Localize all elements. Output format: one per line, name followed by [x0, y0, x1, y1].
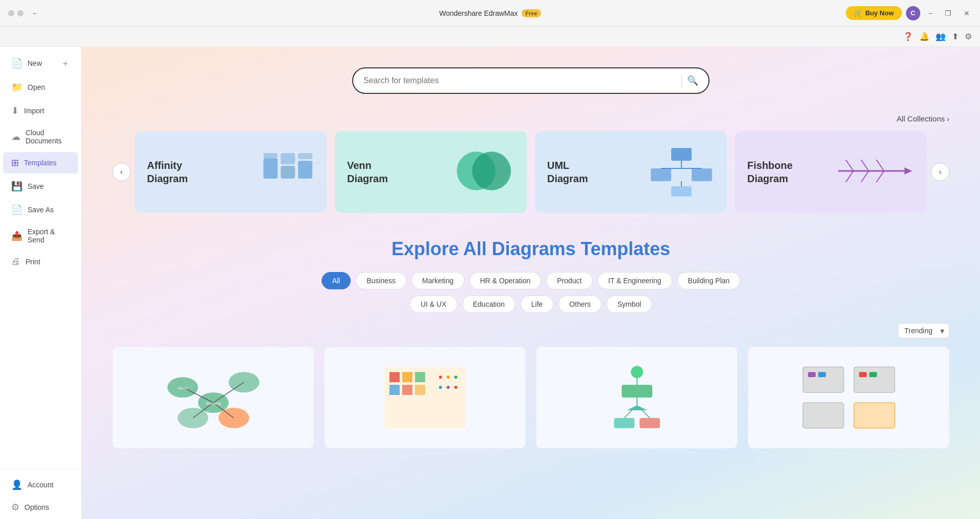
- template-grid-preview: [325, 347, 525, 448]
- carousel-card-venn[interactable]: VennDiagram: [335, 131, 527, 213]
- filter-others[interactable]: Others: [558, 295, 601, 313]
- filter-symbol[interactable]: Symbol: [606, 295, 652, 313]
- sidebar-item-print-label: Print: [26, 258, 40, 266]
- svg-line-20: [876, 160, 884, 171]
- search-icon[interactable]: 🔍: [687, 75, 698, 86]
- sidebar-item-cloud-label: Cloud Documents: [26, 129, 70, 145]
- save-icon: 💾: [11, 181, 22, 192]
- svg-rect-3: [281, 153, 295, 164]
- sidebar-item-saveas[interactable]: 📄 Save As: [3, 199, 78, 220]
- filter-uiux[interactable]: UI & UX: [410, 295, 457, 313]
- carousel-card-fishbone[interactable]: FishboneDiagram: [735, 131, 927, 213]
- options-icon: ⚙: [11, 502, 19, 513]
- print-icon: 🖨: [11, 256, 20, 267]
- svg-rect-61: [808, 372, 816, 377]
- sidebar-item-export[interactable]: 📤 Export & Send: [3, 223, 78, 249]
- sidebar-item-print[interactable]: 🖨 Print: [3, 251, 78, 272]
- back-button[interactable]: ←: [28, 7, 43, 19]
- sidebar-item-save[interactable]: 💾 Save: [3, 176, 78, 197]
- help-icon[interactable]: ❓: [903, 32, 913, 41]
- svg-point-45: [439, 386, 442, 389]
- template-er-preview: Hotel Booking: [113, 347, 313, 448]
- sidebar-item-open[interactable]: 📁 Open: [3, 77, 78, 98]
- filter-hr[interactable]: HR & Operation: [470, 272, 542, 289]
- filter-product[interactable]: Product: [546, 272, 592, 289]
- open-icon: 📁: [11, 82, 22, 93]
- filter-education[interactable]: Education: [462, 295, 516, 313]
- user-avatar[interactable]: C: [906, 6, 920, 20]
- sidebar-item-import[interactable]: ⬇ Import: [3, 100, 78, 121]
- titlebar: ← Wondershare EdrawMax Free 🛒 Buy Now C …: [0, 0, 980, 27]
- template-flow-preview: [536, 347, 737, 448]
- explore-prefix: Explore: [391, 238, 463, 259]
- svg-rect-10: [651, 168, 671, 181]
- buy-now-label: Buy Now: [865, 9, 894, 17]
- sidebar-item-import-label: Import: [24, 107, 44, 115]
- svg-marker-17: [904, 167, 912, 175]
- svg-line-18: [846, 160, 853, 171]
- sidebar-bottom: 👤 Account ⚙ Options: [0, 468, 81, 519]
- search-divider: [681, 75, 682, 87]
- minimize-button[interactable]: −: [924, 7, 937, 19]
- filter-all[interactable]: All: [322, 272, 351, 289]
- carousel-card-uml[interactable]: UMLDiagram: [535, 131, 727, 213]
- buy-now-button[interactable]: 🛒 Buy Now: [846, 6, 902, 20]
- filter-business[interactable]: Business: [356, 272, 406, 289]
- svg-point-46: [447, 386, 450, 389]
- template-card-network[interactable]: [748, 347, 949, 449]
- filter-life[interactable]: Life: [521, 295, 554, 313]
- carousel-card-affinity[interactable]: AffinityDiagram: [135, 131, 327, 213]
- notification-icon[interactable]: 🔔: [919, 32, 929, 41]
- collections-link: All Collections ›: [112, 114, 949, 123]
- templates-icon: ⊞: [11, 157, 19, 168]
- upload-icon[interactable]: ⬆: [952, 32, 959, 41]
- sidebar-item-options[interactable]: ⚙ Options: [3, 497, 78, 518]
- trending-select[interactable]: Trending Newest Popular: [898, 323, 949, 338]
- sidebar-item-account-label: Account: [28, 481, 54, 489]
- settings-icon[interactable]: ⚙: [965, 32, 972, 41]
- sidebar-item-templates-label: Templates: [24, 159, 57, 167]
- team-icon[interactable]: 👥: [936, 32, 946, 41]
- svg-point-44: [454, 376, 457, 379]
- all-collections-label: All Collections: [897, 114, 945, 123]
- carousel-prev-button[interactable]: ‹: [112, 163, 131, 181]
- affinity-illustration: [258, 143, 314, 201]
- sidebar-item-cloud[interactable]: ☁ Cloud Documents: [3, 123, 78, 150]
- sidebar-item-account[interactable]: 👤 Account: [3, 474, 78, 496]
- svg-rect-40: [402, 385, 412, 395]
- sidebar-item-open-label: Open: [28, 83, 45, 91]
- sidebar-item-templates[interactable]: ⊞ Templates: [3, 152, 78, 174]
- filter-it[interactable]: IT & Engineering: [598, 272, 672, 289]
- sidebar-item-new[interactable]: 📄 New ＋: [3, 52, 78, 75]
- explore-title: Explore All Diagrams Templates: [112, 238, 949, 260]
- carousel-next-button[interactable]: ›: [931, 163, 949, 181]
- sidebar: 📄 New ＋ 📁 Open ⬇ Import ☁ Cloud Document…: [0, 47, 82, 519]
- filter-row-1: All Business Marketing HR & Operation Pr…: [112, 272, 949, 289]
- svg-rect-38: [415, 372, 425, 382]
- template-card-grid[interactable]: [324, 347, 526, 449]
- content-inner: 🔍 All Collections › ‹ AffinityDiagram: [82, 47, 980, 519]
- filter-marketing[interactable]: Marketing: [411, 272, 464, 289]
- maximize-button[interactable]: ❐: [941, 7, 955, 19]
- search-container: 🔍: [112, 67, 949, 94]
- all-collections-button[interactable]: All Collections ›: [897, 114, 949, 123]
- content-area: 🔍 All Collections › ‹ AffinityDiagram: [82, 47, 980, 519]
- svg-line-19: [861, 160, 869, 171]
- svg-text:Booking: Booking: [206, 401, 220, 406]
- filter-building[interactable]: Building Plan: [677, 272, 741, 289]
- search-input[interactable]: [363, 76, 676, 85]
- template-card-er[interactable]: Hotel Booking: [112, 347, 314, 449]
- sidebar-item-save-label: Save: [28, 182, 44, 190]
- uml-illustration: [648, 143, 715, 201]
- sidebar-item-saveas-label: Save As: [28, 206, 54, 214]
- close-button[interactable]: ✕: [960, 7, 974, 19]
- svg-rect-8: [671, 148, 692, 161]
- template-card-flow[interactable]: [536, 347, 738, 449]
- svg-rect-37: [402, 372, 412, 382]
- svg-point-42: [439, 376, 442, 379]
- svg-rect-51: [614, 418, 634, 428]
- sidebar-item-export-label: Export & Send: [28, 228, 70, 244]
- svg-line-30: [213, 382, 244, 403]
- template-net-preview: [748, 347, 949, 448]
- add-icon[interactable]: ＋: [61, 57, 70, 69]
